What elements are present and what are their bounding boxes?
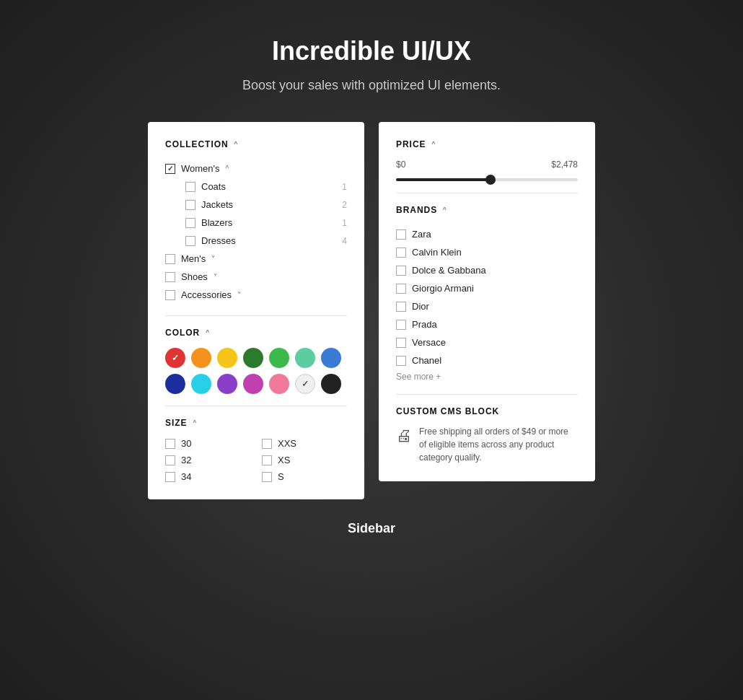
- size-xs-checkbox[interactable]: [262, 455, 272, 465]
- list-item[interactable]: Giorgio Armani: [396, 279, 578, 297]
- page-subtitle: Boost your sales with optimized UI eleme…: [242, 78, 501, 93]
- size-s-checkbox[interactable]: [262, 472, 272, 482]
- color-swatch[interactable]: [269, 348, 289, 368]
- giorgioarmani-checkbox[interactable]: [396, 284, 406, 294]
- divider-3: [396, 193, 578, 193]
- list-item[interactable]: Calvin Klein: [396, 243, 578, 261]
- panels-container: COLLECTION ^ Women's ^ Coats 1 Jackets 2: [148, 122, 595, 499]
- price-min-label: $0: [396, 159, 405, 170]
- page-title: Incredible UI/UX: [272, 36, 471, 66]
- divider-1: [165, 315, 347, 316]
- list-item[interactable]: Versace: [396, 333, 578, 351]
- price-caret: ^: [431, 141, 435, 149]
- list-item[interactable]: Dresses 4: [165, 232, 347, 250]
- mens-chevron: ˅: [211, 255, 215, 263]
- shoes-row[interactable]: Shoes ˅: [165, 268, 347, 286]
- list-item[interactable]: Chanel: [396, 351, 578, 369]
- blazers-count: 1: [342, 218, 347, 228]
- price-max-label: $2,478: [551, 159, 578, 170]
- brands-title-row: BRANDS ^: [396, 205, 447, 215]
- size-caret: ^: [193, 419, 197, 427]
- list-item[interactable]: 34: [165, 471, 250, 482]
- color-swatch[interactable]: [165, 374, 185, 394]
- womens-checkbox[interactable]: [165, 164, 175, 174]
- list-item[interactable]: Blazers 1: [165, 214, 347, 232]
- collection-title-row: COLLECTION ^: [165, 139, 237, 149]
- womens-label: Women's: [181, 163, 220, 174]
- color-swatch[interactable]: [217, 348, 237, 368]
- color-swatch[interactable]: [217, 374, 237, 394]
- color-swatch[interactable]: [191, 374, 211, 394]
- coats-checkbox[interactable]: [185, 182, 195, 192]
- color-swatch[interactable]: [321, 348, 341, 368]
- size-32-checkbox[interactable]: [165, 455, 175, 465]
- list-item[interactable]: Dolce & Gabbana: [396, 261, 578, 279]
- color-swatch[interactable]: [243, 348, 263, 368]
- color-caret: ^: [206, 329, 209, 337]
- womens-row[interactable]: Women's ^: [165, 159, 347, 178]
- calvinklein-checkbox[interactable]: [396, 248, 406, 258]
- prada-checkbox[interactable]: [396, 320, 406, 330]
- accessories-row[interactable]: Accessories ˅: [165, 286, 347, 304]
- jackets-checkbox[interactable]: [185, 200, 195, 210]
- dolce-label: Dolce & Gabbana: [412, 265, 486, 276]
- size-xs-label: XS: [278, 455, 290, 465]
- size-xxs-label: XXS: [278, 438, 296, 449]
- dolce-checkbox[interactable]: [396, 266, 406, 276]
- zara-label: Zara: [412, 229, 431, 240]
- divider-4: [396, 394, 578, 395]
- cms-title: CUSTOM CMS BLOCK: [396, 406, 578, 416]
- size-34-checkbox[interactable]: [165, 472, 175, 482]
- mens-row[interactable]: Men's ˅: [165, 250, 347, 268]
- size-30-label: 30: [181, 438, 191, 449]
- left-panel: COLLECTION ^ Women's ^ Coats 1 Jackets 2: [148, 122, 364, 499]
- list-item[interactable]: 32: [165, 455, 250, 465]
- color-title-row: COLOR ^: [165, 328, 209, 338]
- color-swatch[interactable]: [191, 348, 211, 368]
- blazers-checkbox[interactable]: [185, 218, 195, 228]
- list-item[interactable]: XS: [262, 455, 347, 465]
- dresses-count: 4: [342, 236, 347, 246]
- footer-label: Sidebar: [348, 521, 395, 536]
- color-title: COLOR: [165, 328, 200, 338]
- price-slider[interactable]: [396, 178, 578, 181]
- right-panel: PRICE ^ $0 $2,478 BRANDS ^ Zara: [379, 122, 595, 481]
- list-item[interactable]: Jackets 2: [165, 196, 347, 214]
- zara-checkbox[interactable]: [396, 229, 406, 240]
- list-item[interactable]: Dior: [396, 297, 578, 315]
- slider-thumb[interactable]: [485, 175, 496, 185]
- size-title: SIZE: [165, 418, 188, 428]
- color-grid: [165, 348, 347, 394]
- chanel-checkbox[interactable]: [396, 356, 406, 366]
- mens-checkbox[interactable]: [165, 254, 175, 264]
- coats-count: 1: [342, 182, 347, 192]
- dresses-checkbox[interactable]: [185, 236, 195, 246]
- size-30-checkbox[interactable]: [165, 439, 175, 449]
- blazers-label: Blazers: [201, 217, 336, 228]
- size-grid: 30 XXS 32 XS 34 S: [165, 438, 347, 482]
- list-item[interactable]: Prada: [396, 315, 578, 333]
- cms-content: 🖨 Free shipping all orders of $49 or mor…: [396, 425, 578, 464]
- list-item[interactable]: XXS: [262, 438, 347, 449]
- color-swatch[interactable]: [321, 374, 341, 394]
- color-swatch[interactable]: [295, 374, 315, 394]
- shoes-checkbox[interactable]: [165, 272, 175, 282]
- versace-label: Versace: [412, 337, 446, 348]
- color-swatch[interactable]: [243, 374, 263, 394]
- womens-chevron: ^: [226, 165, 229, 172]
- see-more-button[interactable]: See more +: [396, 372, 441, 382]
- size-xxs-checkbox[interactable]: [262, 439, 272, 449]
- color-swatch[interactable]: [295, 348, 315, 368]
- giorgioarmani-label: Giorgio Armani: [412, 283, 474, 294]
- list-item[interactable]: Zara: [396, 225, 578, 243]
- list-item[interactable]: Coats 1: [165, 178, 347, 196]
- accessories-checkbox[interactable]: [165, 290, 175, 300]
- dior-checkbox[interactable]: [396, 302, 406, 312]
- price-title-row: PRICE ^: [396, 139, 435, 149]
- list-item[interactable]: 30: [165, 438, 250, 449]
- color-swatch[interactable]: [165, 348, 185, 368]
- divider-2: [165, 406, 347, 406]
- list-item[interactable]: S: [262, 471, 347, 482]
- color-swatch[interactable]: [269, 374, 289, 394]
- versace-checkbox[interactable]: [396, 338, 406, 348]
